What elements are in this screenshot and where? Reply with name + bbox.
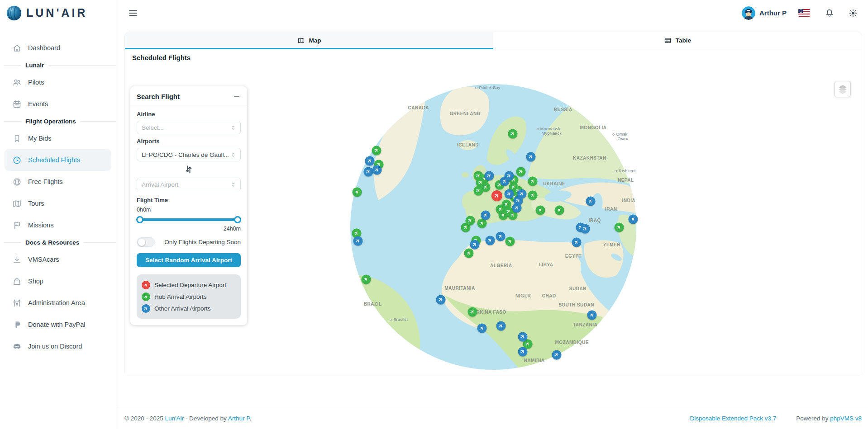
airline-label: Airline	[137, 111, 241, 118]
flight-marker-hub[interactable]: ✈	[372, 146, 381, 155]
flight-marker-other[interactable]: ✈	[518, 347, 527, 356]
flight-marker-hub[interactable]: ✈	[464, 248, 473, 258]
flight-marker-hub[interactable]: ✈	[465, 216, 475, 226]
plane-marker-icon: ✈	[142, 304, 150, 313]
menu-icon[interactable]	[128, 8, 138, 18]
sidebar-item-join-us-on-discord[interactable]: Join us on Discord	[5, 335, 111, 357]
sidebar-item-shop[interactable]: Shop	[5, 270, 111, 292]
flight-marker-other[interactable]: ✈	[481, 211, 491, 220]
map-city-label: Pituffik Bay	[475, 85, 500, 90]
flight-marker-other[interactable]: ✈	[572, 237, 581, 247]
slider-thumb-max[interactable]	[234, 216, 241, 223]
sidebar: LUN'AIR DashboardLunairPilotsEventsFligh…	[0, 0, 116, 429]
user-name[interactable]: Arthur P	[759, 9, 787, 17]
flight-marker-hub[interactable]: ✈	[362, 275, 371, 284]
flight-marker-other[interactable]: ✈	[477, 324, 486, 333]
flight-marker-hub[interactable]: ✈	[508, 129, 518, 138]
sidebar-item-free-flights[interactable]: Free Flights	[5, 171, 111, 193]
map-country-label: IRAQ	[589, 217, 601, 222]
flight-marker-hub[interactable]: ✈	[467, 307, 477, 316]
flight-marker-hub[interactable]: ✈	[528, 177, 538, 186]
flight-time-slider[interactable]	[138, 216, 240, 224]
plane-icon: ✈	[534, 203, 547, 217]
us-flag-icon[interactable]	[798, 9, 810, 17]
paypal-icon	[12, 320, 22, 330]
map-country-label: GREENLAND	[450, 111, 481, 116]
departing-soon-toggle[interactable]	[137, 237, 155, 247]
map-country-label: KAZAKHSTAN	[573, 155, 606, 160]
map-country-label: CANADA	[408, 105, 429, 110]
flight-marker-other[interactable]: ✈	[485, 236, 495, 245]
flight-marker-departure[interactable]: ✈	[491, 190, 502, 201]
sidebar-item-donate-with-paypal[interactable]: Donate with PayPal	[5, 314, 111, 335]
flight-marker-hub[interactable]: ✈	[516, 167, 526, 177]
sidebar-item-pilots[interactable]: Pilots	[5, 71, 111, 93]
flight-marker-hub[interactable]: ✈	[505, 236, 515, 246]
flight-marker-other[interactable]: ✈	[518, 332, 527, 341]
flight-marker-other[interactable]: ✈	[587, 311, 596, 320]
flight-marker-other[interactable]: ✈	[586, 197, 595, 206]
flight-marker-other[interactable]: ✈	[505, 189, 514, 198]
layers-icon	[837, 84, 848, 94]
flight-marker-hub[interactable]: ✈	[528, 191, 538, 200]
map-icon	[12, 199, 22, 208]
sidebar-item-tours[interactable]: Tours	[5, 193, 111, 214]
view-tabs: MapTable	[125, 32, 862, 49]
map-legend: ✈Selected Departure Airport✈Hub Arrival …	[137, 274, 241, 319]
slider-thumb-min[interactable]	[136, 216, 143, 223]
bell-icon[interactable]	[825, 8, 835, 18]
flight-marker-other[interactable]: ✈	[526, 152, 535, 162]
swap-airports-icon[interactable]	[183, 164, 194, 175]
sidebar-item-missions[interactable]: Missions	[5, 214, 111, 236]
tab-table[interactable]: Table	[493, 32, 862, 49]
flight-marker-other[interactable]: ✈	[436, 295, 445, 304]
map-country-label: INDIA	[622, 198, 635, 203]
toggle-knob	[138, 239, 145, 246]
flag-icon	[12, 221, 22, 230]
flight-marker-other[interactable]: ✈	[629, 215, 638, 224]
map-country-label: NAMIBIA	[524, 358, 545, 363]
sidebar-item-vmsacars[interactable]: VMSAcars	[5, 249, 111, 270]
sidebar-item-scheduled-flights[interactable]: Scheduled Flights	[5, 149, 111, 171]
theme-light-icon[interactable]	[848, 8, 858, 18]
flight-marker-other[interactable]: ✈	[496, 321, 506, 331]
sidebar-item-dashboard[interactable]: Dashboard	[5, 37, 111, 59]
calendar-icon	[12, 99, 22, 109]
phpvms-link[interactable]: phpVMS v8	[830, 415, 862, 422]
flight-marker-other[interactable]: ✈	[552, 350, 561, 360]
author-link[interactable]: Arthur P	[228, 415, 250, 422]
flight-marker-other[interactable]: ✈	[485, 171, 494, 180]
collapse-panel-icon[interactable]	[233, 92, 241, 100]
brand-logo[interactable]: LUN'AIR	[0, 0, 116, 26]
flight-marker-other[interactable]: ✈	[365, 156, 375, 165]
map-layers-control[interactable]	[835, 81, 851, 97]
flight-marker-hub[interactable]: ✈	[353, 188, 362, 197]
sidebar-item-my-bids[interactable]: My Bids	[5, 127, 111, 149]
flight-marker-hub[interactable]: ✈	[535, 205, 545, 215]
pack-link[interactable]: Disposable Extended Pack v3.7	[690, 415, 777, 422]
flight-marker-other[interactable]: ✈	[372, 165, 382, 175]
flight-marker-other[interactable]: ✈	[470, 240, 479, 249]
search-flight-panel: Search Flight Airline Select... Airports…	[130, 86, 247, 325]
flight-marker-hub[interactable]: ✈	[473, 186, 483, 195]
flight-marker-hub[interactable]: ✈	[555, 205, 564, 215]
sidebar-item-events[interactable]: Events	[5, 93, 111, 115]
flight-marker-other[interactable]: ✈	[353, 236, 363, 245]
random-arrival-button[interactable]: Select Random Arrival Airport	[137, 253, 241, 267]
flight-marker-other[interactable]: ✈	[496, 232, 505, 241]
flights-map[interactable]: CANADAGREENLANDICELANDRUSSIAMONGOLIAKAZA…	[125, 64, 862, 376]
avatar[interactable]	[742, 6, 755, 20]
flight-marker-other[interactable]: ✈	[505, 171, 514, 181]
tab-map[interactable]: Map	[125, 32, 493, 49]
flight-marker-other[interactable]: ✈	[512, 203, 521, 213]
flight-marker-hub[interactable]: ✈	[615, 222, 624, 232]
brand-link[interactable]: Lun'Air	[165, 415, 184, 422]
arrival-airport-select[interactable]: Arrival Airport	[137, 178, 241, 191]
sidebar-item-label: Donate with PayPal	[28, 321, 86, 328]
airline-select[interactable]: Select...	[137, 121, 241, 134]
slider-track[interactable]	[138, 218, 240, 221]
sidebar-item-administration-area[interactable]: Administration Area	[5, 292, 111, 314]
flight-marker-other[interactable]: ✈	[581, 224, 590, 234]
departure-airport-select[interactable]: LFPG/CDG - Charles de Gaull...	[137, 148, 241, 161]
flight-time-label: Flight Time	[137, 197, 241, 203]
